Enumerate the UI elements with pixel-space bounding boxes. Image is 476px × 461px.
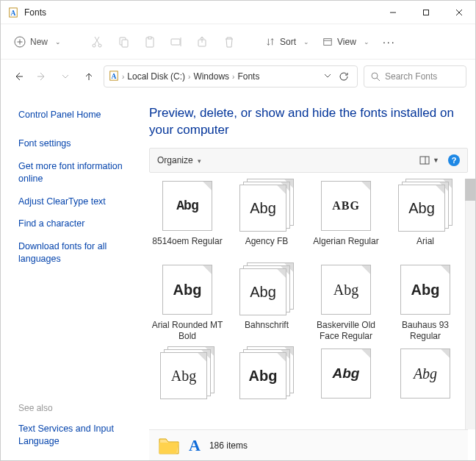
font-thumb: Abg [239, 179, 294, 233]
preview-pane-icon [419, 155, 430, 165]
font-label [389, 404, 462, 426]
view-label: View [337, 37, 356, 47]
chevron-down-icon: ▾ [196, 157, 202, 165]
font-label [230, 404, 303, 426]
status-bar: A 186 items [149, 429, 468, 460]
control-panel-home-link[interactable]: Control Panel Home [18, 109, 136, 121]
search-placeholder: Search Fonts [385, 71, 437, 82]
chevron-down-icon: ⌄ [303, 38, 309, 46]
font-item[interactable]: AbgBaskerville Old Face Regular [309, 262, 383, 342]
scrollbar[interactable] [465, 179, 475, 429]
font-label: Algerian Regular [309, 236, 383, 258]
search-icon [370, 71, 381, 82]
text-services-link[interactable]: Text Services and Input Language [18, 423, 136, 448]
breadcrumb-segment[interactable]: Windows [193, 71, 229, 82]
font-label: Bahnschrift [230, 320, 303, 342]
font-grid-container: Abg8514oem RegularAbgAgency FBABGAlgeria… [149, 179, 475, 429]
delete-button[interactable] [217, 29, 242, 54]
font-settings-link[interactable]: Font settings [18, 137, 136, 150]
font-label: Agency FB [230, 236, 303, 258]
address-bar[interactable]: A › Local Disk (C:) › Windows › Fonts [104, 65, 358, 87]
svg-point-10 [98, 44, 101, 47]
font-item[interactable]: ABGAlgerian Regular [309, 179, 383, 258]
toolbar: New ⌄ Sort ⌄ View ⌄ ··· [1, 24, 475, 60]
font-label: Baskerville Old Face Regular [309, 320, 383, 342]
breadcrumb-segment[interactable]: Fonts [237, 71, 259, 82]
font-thumb: Abg [398, 346, 452, 401]
font-item[interactable]: Abg [309, 346, 383, 426]
chevron-down-icon: ⌄ [364, 38, 369, 46]
svg-rect-18 [324, 38, 332, 45]
chevron-down-icon: ⌄ [55, 38, 61, 46]
download-fonts-link[interactable]: Download fonts for all languages [18, 240, 136, 265]
find-character-link[interactable]: Find a character [18, 218, 136, 230]
svg-line-23 [377, 78, 380, 81]
font-item[interactable]: AbgAgency FB [230, 179, 303, 258]
paste-button[interactable] [137, 29, 162, 54]
font-item[interactable]: AbgArial [389, 179, 462, 258]
view-button[interactable]: View ⌄ [317, 34, 375, 50]
more-font-info-link[interactable]: Get more font information online [18, 160, 136, 185]
copy-button[interactable] [111, 29, 136, 54]
share-button[interactable] [190, 29, 215, 54]
sort-icon [265, 37, 275, 47]
font-label: Bauhaus 93 Regular [389, 320, 462, 342]
svg-rect-14 [148, 37, 151, 39]
back-button[interactable] [10, 68, 27, 85]
close-button[interactable] [442, 1, 475, 24]
sort-button[interactable]: Sort ⌄ [259, 34, 315, 50]
font-item[interactable]: AbgBahnschrift [230, 262, 303, 342]
organize-button[interactable]: Organize ▾ [157, 155, 201, 165]
view-icon [322, 37, 333, 47]
preview-pane-button[interactable]: ▼ [419, 155, 439, 165]
address-dropdown[interactable] [323, 71, 332, 82]
new-label: New [30, 37, 48, 47]
chevron-down-icon: ▼ [433, 157, 439, 164]
maximize-button[interactable] [409, 1, 442, 24]
font-label: Arial Rounded MT Bold [151, 320, 224, 342]
see-also-header: See also [18, 403, 142, 413]
item-count: 186 items [209, 440, 248, 451]
font-thumb: Abg [160, 179, 214, 233]
refresh-button[interactable] [335, 68, 353, 85]
folder-icon [158, 436, 180, 455]
window-title: Fonts [24, 7, 376, 18]
breadcrumb-segment[interactable]: Local Disk (C:) [127, 71, 185, 82]
minimize-button[interactable] [376, 1, 409, 24]
plus-circle-icon [14, 36, 26, 48]
font-item[interactable]: Abg [389, 346, 462, 426]
new-button[interactable]: New ⌄ [8, 33, 67, 51]
recent-locations-button[interactable] [57, 68, 74, 85]
font-label: 8514oem Regular [151, 236, 224, 258]
font-item[interactable]: Abg [230, 346, 303, 426]
svg-rect-12 [122, 40, 128, 47]
organize-bar: Organize ▾ ▼ ? [149, 148, 468, 173]
chevron-right-icon: › [188, 73, 190, 81]
help-button[interactable]: ? [448, 154, 460, 166]
fonts-location-icon: A [109, 71, 119, 83]
rename-button[interactable] [164, 29, 189, 54]
font-label: Arial [389, 236, 462, 258]
workarea: Control Panel Home Font settings Get mor… [1, 93, 475, 460]
titlebar: A Fonts [1, 1, 475, 24]
fonts-app-icon: A [8, 7, 18, 18]
font-thumb: Abg [239, 346, 294, 401]
font-item[interactable]: AbgArial Rounded MT Bold [151, 262, 224, 342]
svg-text:A: A [112, 71, 117, 79]
font-item[interactable]: Abg [151, 346, 224, 426]
sidebar: Control Panel Home Font settings Get mor… [1, 93, 149, 460]
svg-point-22 [372, 73, 378, 79]
search-input[interactable]: Search Fonts [364, 65, 466, 87]
up-button[interactable] [80, 68, 98, 85]
scrollbar-thumb[interactable] [465, 179, 475, 201]
font-item[interactable]: Abg8514oem Regular [151, 179, 224, 258]
svg-text:A: A [11, 8, 16, 16]
forward-button[interactable] [33, 68, 51, 85]
chevron-right-icon: › [232, 73, 234, 81]
font-item[interactable]: AbgBauhaus 93 Regular [389, 262, 462, 342]
adjust-cleartype-link[interactable]: Adjust ClearType text [18, 196, 136, 208]
font-grid: Abg8514oem RegularAbgAgency FBABGAlgeria… [149, 179, 464, 426]
more-button[interactable]: ··· [377, 36, 402, 48]
cut-button[interactable] [84, 29, 109, 54]
sort-label: Sort [280, 37, 296, 47]
